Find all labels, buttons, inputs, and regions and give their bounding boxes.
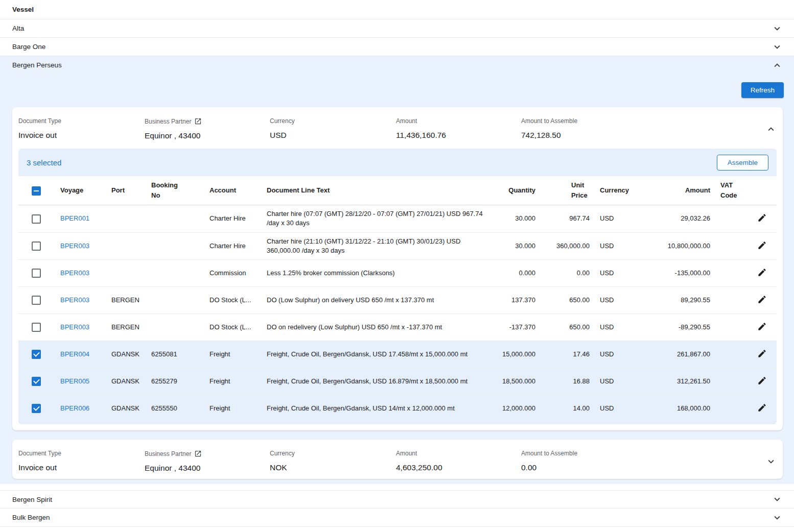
port-cell: GDANSK [106, 395, 146, 422]
vessel-row-barge-one[interactable]: Barge One [0, 38, 794, 56]
vessel-name: Bergen Spirit [12, 496, 52, 503]
quantity-cell: 12,000.000 [492, 395, 541, 422]
column-header-account: Account [204, 176, 262, 205]
table-row: BPER006 GDANSK 6255550 Freight Freight, … [18, 395, 777, 422]
document-line-text-cell: Less 1.25% broker commission (Clarksons) [262, 260, 492, 287]
chevron-down-icon[interactable] [772, 494, 783, 505]
booking-no-cell [146, 287, 204, 314]
row-checkbox[interactable] [32, 350, 41, 359]
expand-card-icon[interactable] [765, 456, 777, 467]
edit-row-button[interactable] [756, 212, 768, 225]
voyage-link[interactable]: BPER006 [60, 404, 89, 412]
edit-row-button[interactable] [756, 267, 768, 280]
voyage-link[interactable]: BPER004 [60, 350, 89, 358]
quantity-cell: 15,000.000 [492, 341, 541, 368]
edit-row-button[interactable] [756, 375, 768, 388]
amount-cell: 168,000.00 [630, 395, 715, 422]
vessel-name: Alta [12, 25, 24, 32]
open-in-new-icon[interactable] [194, 450, 202, 457]
business-partner-value: Equinor , 43400 [145, 464, 270, 473]
account-cell: Commission [204, 260, 262, 287]
chevron-down-icon[interactable] [772, 41, 783, 53]
currency-cell: USD [595, 341, 630, 368]
row-checkbox[interactable] [32, 241, 41, 251]
row-checkbox[interactable] [32, 214, 41, 224]
document-card-usd: Document Type Invoice out Business Partn… [12, 107, 783, 430]
voyage-link[interactable]: BPER005 [60, 377, 89, 385]
currency-value: NOK [270, 463, 396, 472]
row-checkbox[interactable] [32, 323, 41, 332]
amount-to-assemble-value: 742,128.50 [521, 131, 763, 140]
unit-price-cell: 650.00 [541, 314, 595, 341]
vessel-row-alta[interactable]: Alta [0, 19, 794, 38]
business-partner-label: Business Partner [145, 450, 191, 457]
row-checkbox[interactable] [32, 296, 41, 305]
chevron-down-icon[interactable] [772, 512, 783, 523]
unit-price-cell: 17.46 [541, 341, 595, 368]
refresh-button[interactable]: Refresh [741, 82, 784, 98]
unit-price-cell: 16.88 [541, 368, 595, 395]
port-cell: BERGEN [106, 287, 146, 314]
port-cell: GDANSK [106, 341, 146, 368]
edit-row-button[interactable] [756, 348, 768, 361]
document-line-text-cell: Freight, Crude Oil, Bergen/Gdansk, USD 1… [262, 341, 492, 368]
field-amount-to-assemble: Amount to Assemble 0.00 [521, 450, 763, 472]
select-all-checkbox[interactable] [32, 186, 41, 196]
unit-price-cell: 0.00 [541, 260, 595, 287]
voyage-link[interactable]: BPER003 [60, 242, 89, 250]
edit-row-button[interactable] [756, 321, 768, 334]
vessel-row-bergen-perseus[interactable]: Bergen Perseus [0, 56, 794, 74]
voyage-link[interactable]: BPER003 [60, 269, 89, 277]
selection-panel: 3 selected Assemble Voyage Port Booking … [18, 149, 777, 424]
page-title: Vessel [0, 0, 794, 19]
document-type-label: Document Type [18, 117, 145, 125]
edit-row-button[interactable] [756, 294, 768, 307]
unit-price-cell: 360,000.00 [541, 232, 595, 259]
amount-cell: 261,867.00 [630, 341, 715, 368]
chevron-down-icon[interactable] [772, 23, 783, 34]
pencil-icon [757, 406, 767, 414]
booking-no-cell: 6255081 [146, 341, 204, 368]
currency-label: Currency [270, 450, 396, 457]
edit-row-button[interactable] [756, 239, 768, 253]
selection-count: 3 selected [27, 158, 61, 167]
business-partner-label: Business Partner [145, 118, 191, 125]
pencil-icon [757, 325, 767, 333]
field-business-partner: Business Partner Equinor , 43400 [145, 450, 270, 473]
column-header-voyage: Voyage [55, 176, 106, 205]
field-amount: Amount 4,603,250.00 [396, 450, 521, 472]
row-checkbox[interactable] [32, 269, 41, 278]
amount-value: 11,436,160.76 [396, 131, 521, 140]
row-checkbox[interactable] [32, 404, 41, 413]
amount-to-assemble-label: Amount to Assemble [521, 117, 763, 125]
account-cell: DO Stock (L... [204, 314, 262, 341]
table-row: BPER003 Charter Hire Charter hire (21:10… [18, 232, 777, 259]
document-line-text-cell: DO (Low Sulphur) on delivery USD 650 /mt… [262, 287, 492, 314]
row-checkbox[interactable] [32, 377, 41, 386]
spacer [0, 484, 794, 490]
port-cell: GDANSK [106, 368, 146, 395]
edit-row-button[interactable] [756, 402, 768, 415]
table-row: BPER003 BERGEN DO Stock (L... DO (Low Su… [18, 287, 777, 314]
chevron-up-icon[interactable] [772, 60, 783, 71]
vessel-name: Bulk Bergen [12, 514, 50, 521]
collapse-card-icon[interactable] [765, 124, 777, 135]
voyage-link[interactable]: BPER003 [60, 296, 89, 304]
voyage-link[interactable]: BPER003 [60, 323, 89, 331]
unit-price-cell: 967.74 [541, 205, 595, 232]
amount-label: Amount [396, 117, 521, 125]
assemble-button[interactable]: Assemble [717, 155, 768, 171]
field-amount: Amount 11,436,160.76 [396, 117, 521, 140]
pencil-icon [757, 271, 767, 279]
document-line-text-cell: Charter hire (21:10 (GMT) 31/12/22 - 21:… [262, 232, 492, 259]
currency-value: USD [270, 131, 396, 140]
vessel-row-bergen-spirit[interactable]: Bergen Spirit [0, 490, 794, 509]
vessel-row-bulk-bergen[interactable]: Bulk Bergen [0, 509, 794, 527]
voyage-link[interactable]: BPER001 [60, 214, 89, 222]
open-in-new-icon[interactable] [194, 117, 202, 125]
amount-cell: -135,000.00 [630, 260, 715, 287]
amount-label: Amount [396, 450, 521, 457]
document-lines-table: Voyage Port Booking No Account Document … [18, 176, 777, 422]
business-partner-value: Equinor , 43400 [145, 131, 270, 140]
pencil-icon [757, 379, 767, 387]
